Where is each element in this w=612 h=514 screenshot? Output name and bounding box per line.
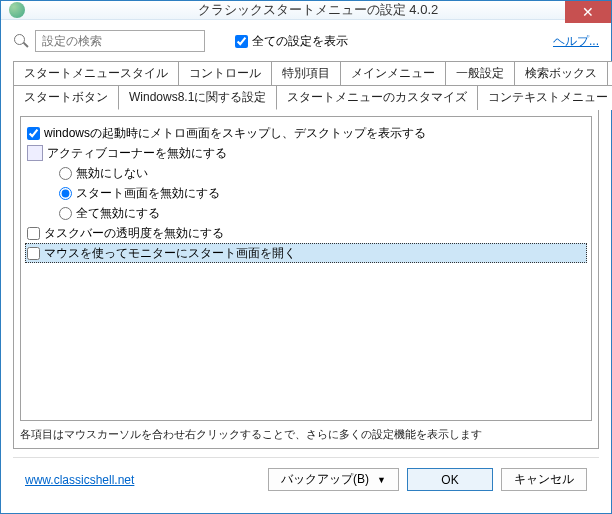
tab-general[interactable]: 一般設定 <box>445 61 515 85</box>
mouse-open-label: マウスを使ってモニターにスタート画面を開く <box>44 244 296 262</box>
tab-row-2: スタートボタン Windows8.1に関する設定 スタートメニューのカスタマイズ… <box>13 84 599 109</box>
tab-search-box[interactable]: 検索ボックス <box>514 61 608 85</box>
tab-special[interactable]: 特別項目 <box>271 61 341 85</box>
settings-window: クラシックスタートメニューの設定 4.0.2 ✕ 全ての設定を表示 ヘルプ...… <box>0 0 612 514</box>
tab-row-1: スタートメニュースタイル コントロール 特別項目 メインメニュー 一般設定 検索… <box>13 60 599 84</box>
topbar: 全ての設定を表示 ヘルプ... <box>13 30 599 52</box>
tab-start-button[interactable]: スタートボタン <box>13 85 119 110</box>
show-all-checkbox-input[interactable] <box>235 35 248 48</box>
ok-button[interactable]: OK <box>407 468 493 491</box>
radio-disable-start-input[interactable] <box>59 187 72 200</box>
tab-start-style[interactable]: スタートメニュースタイル <box>13 61 179 85</box>
setting-taskbar-trans[interactable]: タスクバーの透明度を無効にする <box>25 223 587 243</box>
radio-disable-start[interactable]: スタート画面を無効にする <box>25 183 587 203</box>
titlebar: クラシックスタートメニューの設定 4.0.2 ✕ <box>1 1 611 20</box>
tab-appearance[interactable]: メニューの外観 <box>607 61 612 85</box>
mouse-open-checkbox[interactable] <box>27 247 40 260</box>
setting-skip-metro[interactable]: windowsの起動時にメトロ画面をスキップし、デスクトップを表示する <box>25 123 587 143</box>
skip-metro-label: windowsの起動時にメトロ画面をスキップし、デスクトップを表示する <box>44 124 426 142</box>
radio-none-input[interactable] <box>59 167 72 180</box>
dropdown-caret-icon: ▼ <box>377 475 386 485</box>
backup-button[interactable]: バックアップ(B) ▼ <box>268 468 399 491</box>
radio-disable-all-input[interactable] <box>59 207 72 220</box>
app-icon <box>9 2 25 18</box>
group-icon <box>27 145 43 161</box>
taskbar-trans-checkbox[interactable] <box>27 227 40 240</box>
radio-none-label: 無効にしない <box>76 164 148 182</box>
disable-corner-label: アクティブコーナーを無効にする <box>47 144 227 162</box>
radio-none[interactable]: 無効にしない <box>25 163 587 183</box>
tab-control[interactable]: コントロール <box>178 61 272 85</box>
show-all-label: 全ての設定を表示 <box>252 33 348 50</box>
help-link[interactable]: ヘルプ... <box>553 33 599 50</box>
show-all-checkbox[interactable]: 全ての設定を表示 <box>235 33 348 50</box>
window-title: クラシックスタートメニューの設定 4.0.2 <box>25 1 611 19</box>
skip-metro-checkbox[interactable] <box>27 127 40 140</box>
close-button[interactable]: ✕ <box>565 1 611 23</box>
search-icon <box>13 33 29 49</box>
website-link[interactable]: www.classicshell.net <box>25 473 134 487</box>
radio-disable-start-label: スタート画面を無効にする <box>76 184 220 202</box>
setting-disable-corner[interactable]: アクティブコーナーを無効にする <box>25 143 587 163</box>
tab-panel: windowsの起動時にメトロ画面をスキップし、デスクトップを表示する アクティ… <box>13 109 599 449</box>
tab-customize[interactable]: スタートメニューのカスタマイズ <box>276 85 478 110</box>
tab-main-menu[interactable]: メインメニュー <box>340 61 446 85</box>
search-input[interactable] <box>35 30 205 52</box>
footer: www.classicshell.net バックアップ(B) ▼ OK キャンセ… <box>13 457 599 503</box>
tab-strip: スタートメニュースタイル コントロール 特別項目 メインメニュー 一般設定 検索… <box>13 60 599 109</box>
radio-disable-all-label: 全て無効にする <box>76 204 160 222</box>
setting-mouse-open[interactable]: マウスを使ってモニターにスタート画面を開く <box>25 243 587 263</box>
client-area: 全ての設定を表示 ヘルプ... スタートメニュースタイル コントロール 特別項目… <box>1 20 611 513</box>
taskbar-trans-label: タスクバーの透明度を無効にする <box>44 224 224 242</box>
backup-label: バックアップ(B) <box>281 471 369 488</box>
radio-disable-all[interactable]: 全て無効にする <box>25 203 587 223</box>
tab-context[interactable]: コンテキストメニュー <box>477 85 612 110</box>
tab-win81[interactable]: Windows8.1に関する設定 <box>118 85 277 110</box>
settings-tree: windowsの起動時にメトロ画面をスキップし、デスクトップを表示する アクティ… <box>20 116 592 421</box>
hint-text: 各項目はマウスカーソルを合わせ右クリックすることで、さらに多くの設定機能を表示し… <box>20 427 592 442</box>
cancel-button[interactable]: キャンセル <box>501 468 587 491</box>
